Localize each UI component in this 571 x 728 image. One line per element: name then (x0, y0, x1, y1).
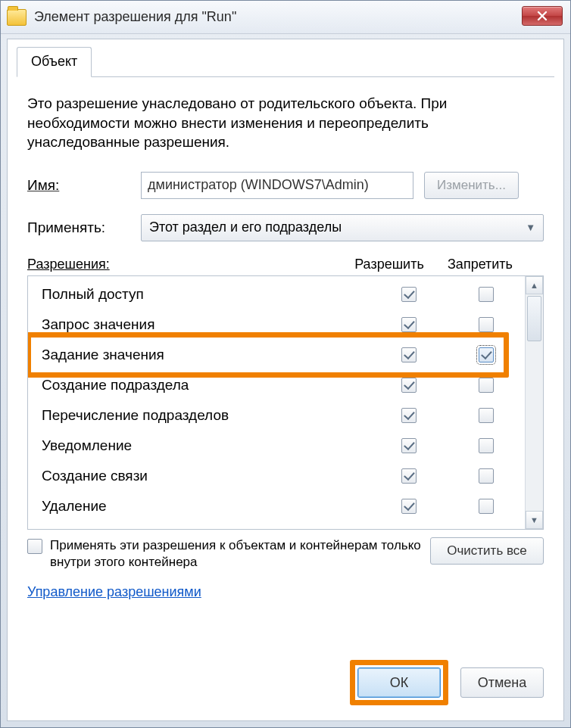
tab-content: Это разрешение унаследовано от родительс… (8, 77, 563, 611)
apply-to-row: Применять: Этот раздел и его подразделы … (27, 214, 544, 241)
window-title: Элемент разрешения для "Run" (34, 9, 236, 25)
apply-to-label: Применять: (27, 219, 141, 236)
deny-checkbox[interactable] (479, 499, 494, 514)
chevron-down-icon: ▼ (526, 222, 535, 233)
permissions-header-deny: Запретить (435, 257, 526, 272)
client-area: Объект Это разрешение унаследовано от ро… (7, 39, 564, 721)
permission-row: Создание подраздела (28, 370, 525, 400)
permissions-list: Полный доступЗапрос значенияЗадание знач… (28, 276, 525, 529)
permissions-header: Разрешения: Разрешить Запретить (27, 257, 544, 272)
change-principal-button[interactable]: Изменить... (424, 172, 519, 199)
permission-name: Запрос значения (42, 316, 370, 333)
folder-icon (7, 9, 27, 26)
allow-checkbox[interactable] (401, 347, 417, 362)
scroll-down-arrow-icon[interactable]: ▼ (526, 511, 543, 529)
deny-checkbox[interactable] (479, 438, 494, 453)
deny-checkbox[interactable] (479, 347, 494, 362)
titlebar: Элемент разрешения для "Run" (1, 1, 570, 34)
allow-checkbox[interactable] (401, 317, 417, 332)
deny-checkbox[interactable] (479, 378, 494, 393)
clear-all-button[interactable]: Очистить все (430, 537, 544, 565)
dialog-footer: ОК Отмена (350, 660, 544, 705)
scroll-thumb[interactable] (527, 296, 541, 341)
deny-checkbox[interactable] (479, 317, 494, 332)
cancel-button[interactable]: Отмена (460, 667, 544, 698)
allow-checkbox[interactable] (401, 438, 417, 453)
permission-row: Уведомление (28, 431, 525, 461)
deny-checkbox[interactable] (479, 408, 494, 423)
permission-name: Задание значения (42, 347, 370, 363)
apply-only-checkbox[interactable] (27, 539, 42, 554)
scrollbar[interactable]: ▲ ▼ (525, 276, 543, 529)
allow-checkbox[interactable] (401, 378, 417, 393)
deny-checkbox[interactable] (479, 468, 494, 484)
ok-button[interactable]: ОК (357, 667, 441, 698)
permission-name: Создание связи (42, 468, 370, 484)
apply-only-label: Применять эти разрешения к объектам и ко… (50, 537, 430, 571)
scroll-up-arrow-icon[interactable]: ▲ (526, 276, 543, 294)
name-label: Имя: (27, 177, 141, 194)
permission-row: Удаление (28, 491, 525, 521)
name-row: Имя: дминистратор (WINDOWS7\Admin) Измен… (27, 172, 544, 199)
permissions-header-name: Разрешения: (27, 257, 344, 272)
tab-object[interactable]: Объект (17, 47, 92, 77)
below-permissions-row: Применять эти разрешения к объектам и ко… (27, 537, 544, 571)
permission-name: Удаление (42, 498, 370, 515)
permission-name: Полный доступ (42, 286, 370, 303)
close-icon (537, 11, 548, 21)
deny-checkbox[interactable] (479, 287, 494, 302)
permissions-listbox: Полный доступЗапрос значенияЗадание знач… (27, 275, 544, 530)
principal-name-field: дминистратор (WINDOWS7\Admin) (141, 172, 413, 199)
permission-row: Запрос значения (28, 310, 525, 340)
permission-row: Задание значения (28, 340, 525, 370)
permissions-header-allow: Разрешить (344, 257, 435, 272)
permission-row: Перечисление подразделов (28, 400, 525, 431)
allow-checkbox[interactable] (401, 408, 417, 423)
apply-to-combo[interactable]: Этот раздел и его подразделы ▼ (141, 214, 544, 241)
allow-checkbox[interactable] (401, 499, 417, 514)
close-button[interactable] (522, 6, 563, 26)
permission-row: Полный доступ (28, 279, 525, 310)
permission-row: Создание связи (28, 461, 525, 491)
apply-only-wrap: Применять эти разрешения к объектам и ко… (27, 537, 430, 571)
manage-permissions-link[interactable]: Управление разрешениями (27, 584, 201, 600)
permission-name: Уведомление (42, 437, 370, 454)
tab-separator (17, 76, 554, 77)
description-text: Это разрешение унаследовано от родительс… (27, 94, 544, 152)
permission-name: Создание подраздела (42, 377, 370, 394)
permission-name: Перечисление подразделов (42, 407, 370, 424)
tabstrip: Объект (17, 47, 554, 77)
ok-highlight-box: ОК (350, 660, 448, 705)
allow-checkbox[interactable] (401, 468, 417, 484)
allow-checkbox[interactable] (401, 287, 417, 302)
permission-entry-dialog: Элемент разрешения для "Run" Объект Это … (0, 0, 571, 728)
